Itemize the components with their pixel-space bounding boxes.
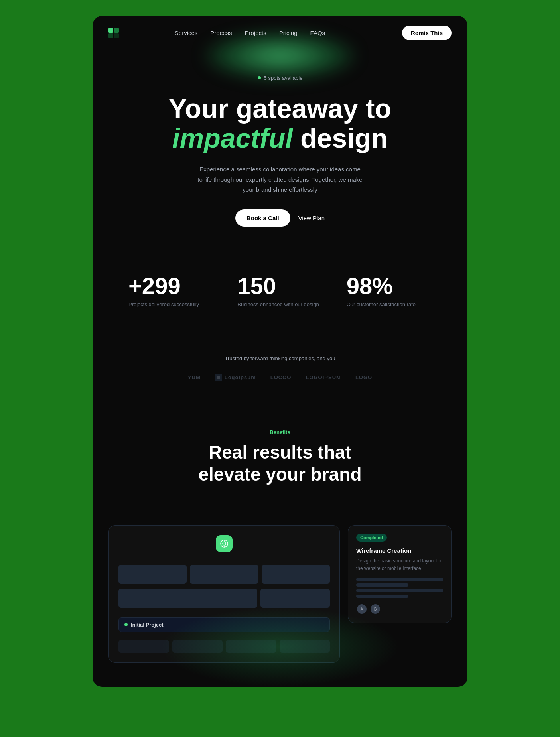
availability-text: 5 spots available [264, 75, 303, 81]
stat-business: 150 Business enhanced with our design [225, 266, 334, 315]
nav-services[interactable]: Services [175, 30, 198, 36]
nav-links: Services Process Projects Pricing FAQs ·… [175, 29, 346, 37]
nav-projects[interactable]: Projects [245, 30, 266, 36]
app-icon [216, 535, 233, 552]
initial-project-bar: Initial Project [118, 617, 330, 632]
benefits-section: Benefits Real results that elevate your … [93, 405, 467, 525]
hero-italic: impactful [172, 123, 293, 153]
book-call-button[interactable]: Book a Call [235, 209, 290, 227]
card-right-desc: Design the basic structure and layout fo… [356, 557, 443, 572]
nav-pricing[interactable]: Pricing [279, 30, 298, 36]
completed-badge: Completed [356, 534, 387, 542]
content-line-1 [356, 578, 443, 581]
card-preview: Initial Project Completed Wireframe Crea… [93, 525, 467, 687]
stat-projects-number: +299 [128, 274, 213, 298]
content-line-3 [356, 589, 443, 592]
stat-satisfaction-label: Our customer satisfaction rate [347, 302, 432, 307]
stat-satisfaction-number: 98% [347, 274, 432, 298]
stats-section: +299 Projects delivered successfully 150… [93, 242, 467, 347]
card-right-title: Wireframe Creation [356, 547, 443, 554]
navbar: Services Process Projects Pricing FAQs ·… [93, 16, 467, 50]
nav-faqs[interactable]: FAQs [310, 30, 325, 36]
benefits-title: Real results that elevate your brand [180, 441, 380, 485]
stat-business-number: 150 [237, 274, 322, 298]
logo[interactable] [108, 28, 119, 38]
remix-button[interactable]: Remix This [402, 26, 452, 40]
hero-subtitle: Experience a seamless collaboration wher… [196, 164, 364, 195]
svg-point-0 [217, 376, 220, 379]
hero-title-line1: Your gateaway to [169, 93, 391, 124]
hero-title: Your gateaway to impactful design [124, 94, 436, 154]
logo-locoo: LOCOO [270, 374, 292, 380]
card-left: Initial Project [108, 525, 340, 663]
logo-logoipsum2: LOGOIPSUM [306, 374, 341, 380]
logo-logo: LOGO [355, 374, 372, 380]
hero-buttons: Book a Call View Plan [124, 209, 436, 227]
content-line-2 [356, 583, 408, 587]
avatar-2: B [370, 603, 381, 615]
benefits-label: Benefits [108, 429, 452, 435]
stat-satisfaction: 98% Our customer satisfaction rate [335, 266, 444, 315]
avatar-row: A B [356, 603, 443, 615]
stat-business-label: Business enhanced with our design [237, 302, 322, 307]
nav-more-dots[interactable]: ··· [338, 29, 346, 37]
page-wrapper: Services Process Projects Pricing FAQs ·… [93, 16, 467, 687]
nav-process[interactable]: Process [210, 30, 232, 36]
initial-project-label: Initial Project [131, 622, 164, 628]
availability-dot [258, 76, 261, 79]
card-right: Completed Wireframe Creation Design the … [348, 525, 452, 623]
trusted-text: Trusted by forward-thinking companies, a… [108, 355, 452, 361]
svg-point-2 [223, 542, 226, 545]
stat-projects: +299 Projects delivered successfully [116, 266, 225, 315]
initial-project-dot [124, 623, 128, 626]
stat-projects-label: Projects delivered successfully [128, 302, 213, 307]
content-line-4 [356, 595, 408, 598]
logo-logoipsum1: Logoipsum [215, 374, 256, 381]
trusted-section: Trusted by forward-thinking companies, a… [93, 347, 467, 405]
content-blocks [356, 578, 443, 598]
logos-row: YUM Logoipsum LOCOO LOGOIPSUM LOGO [108, 374, 452, 381]
logo-yum: YUM [188, 374, 201, 380]
hero-section: 5 spots available Your gateaway to impac… [93, 50, 467, 242]
hero-design: design [300, 123, 388, 153]
wireframe: Initial Project [118, 535, 330, 653]
availability-badge: 5 spots available [258, 75, 303, 81]
view-plan-button[interactable]: View Plan [298, 215, 325, 221]
avatar-1: A [356, 603, 367, 615]
